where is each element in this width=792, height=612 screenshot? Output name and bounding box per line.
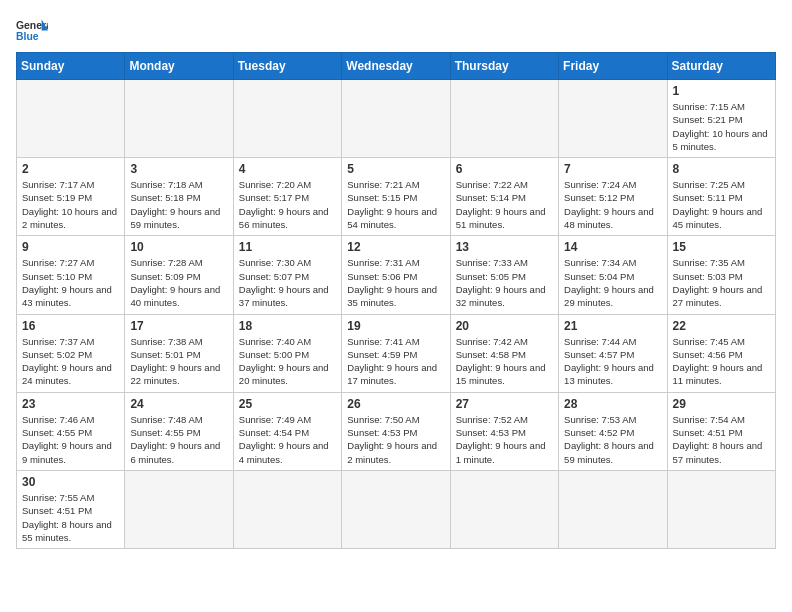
weekday-header-wednesday: Wednesday — [342, 53, 450, 80]
day-info: Sunrise: 7:38 AM Sunset: 5:01 PM Dayligh… — [130, 335, 227, 388]
logo-icon: General Blue — [16, 16, 48, 44]
day-info: Sunrise: 7:45 AM Sunset: 4:56 PM Dayligh… — [673, 335, 770, 388]
day-info: Sunrise: 7:33 AM Sunset: 5:05 PM Dayligh… — [456, 256, 553, 309]
day-info: Sunrise: 7:21 AM Sunset: 5:15 PM Dayligh… — [347, 178, 444, 231]
calendar-cell: 28Sunrise: 7:53 AM Sunset: 4:52 PM Dayli… — [559, 392, 667, 470]
weekday-header-friday: Friday — [559, 53, 667, 80]
day-number: 24 — [130, 397, 227, 411]
day-info: Sunrise: 7:31 AM Sunset: 5:06 PM Dayligh… — [347, 256, 444, 309]
day-number: 13 — [456, 240, 553, 254]
day-number: 3 — [130, 162, 227, 176]
calendar-cell: 1Sunrise: 7:15 AM Sunset: 5:21 PM Daylig… — [667, 80, 775, 158]
week-row-2: 9Sunrise: 7:27 AM Sunset: 5:10 PM Daylig… — [17, 236, 776, 314]
calendar-cell — [450, 470, 558, 548]
calendar-cell — [125, 80, 233, 158]
calendar-cell — [342, 470, 450, 548]
calendar-cell: 16Sunrise: 7:37 AM Sunset: 5:02 PM Dayli… — [17, 314, 125, 392]
calendar-cell: 15Sunrise: 7:35 AM Sunset: 5:03 PM Dayli… — [667, 236, 775, 314]
calendar-cell: 14Sunrise: 7:34 AM Sunset: 5:04 PM Dayli… — [559, 236, 667, 314]
day-number: 19 — [347, 319, 444, 333]
day-info: Sunrise: 7:55 AM Sunset: 4:51 PM Dayligh… — [22, 491, 119, 544]
calendar-cell: 7Sunrise: 7:24 AM Sunset: 5:12 PM Daylig… — [559, 158, 667, 236]
day-number: 2 — [22, 162, 119, 176]
calendar-cell: 26Sunrise: 7:50 AM Sunset: 4:53 PM Dayli… — [342, 392, 450, 470]
day-number: 7 — [564, 162, 661, 176]
day-number: 30 — [22, 475, 119, 489]
day-number: 21 — [564, 319, 661, 333]
calendar-cell — [559, 80, 667, 158]
day-info: Sunrise: 7:41 AM Sunset: 4:59 PM Dayligh… — [347, 335, 444, 388]
header: General Blue — [16, 16, 776, 44]
calendar-cell: 17Sunrise: 7:38 AM Sunset: 5:01 PM Dayli… — [125, 314, 233, 392]
calendar-cell: 19Sunrise: 7:41 AM Sunset: 4:59 PM Dayli… — [342, 314, 450, 392]
calendar-cell — [17, 80, 125, 158]
day-number: 25 — [239, 397, 336, 411]
day-number: 23 — [22, 397, 119, 411]
day-info: Sunrise: 7:17 AM Sunset: 5:19 PM Dayligh… — [22, 178, 119, 231]
day-number: 5 — [347, 162, 444, 176]
day-info: Sunrise: 7:28 AM Sunset: 5:09 PM Dayligh… — [130, 256, 227, 309]
calendar-cell: 18Sunrise: 7:40 AM Sunset: 5:00 PM Dayli… — [233, 314, 341, 392]
day-info: Sunrise: 7:22 AM Sunset: 5:14 PM Dayligh… — [456, 178, 553, 231]
calendar-table: SundayMondayTuesdayWednesdayThursdayFrid… — [16, 52, 776, 549]
day-number: 20 — [456, 319, 553, 333]
day-number: 17 — [130, 319, 227, 333]
week-row-3: 16Sunrise: 7:37 AM Sunset: 5:02 PM Dayli… — [17, 314, 776, 392]
weekday-header-monday: Monday — [125, 53, 233, 80]
calendar-cell — [233, 80, 341, 158]
day-number: 11 — [239, 240, 336, 254]
day-number: 1 — [673, 84, 770, 98]
day-number: 29 — [673, 397, 770, 411]
weekday-header-sunday: Sunday — [17, 53, 125, 80]
calendar-cell: 11Sunrise: 7:30 AM Sunset: 5:07 PM Dayli… — [233, 236, 341, 314]
day-info: Sunrise: 7:15 AM Sunset: 5:21 PM Dayligh… — [673, 100, 770, 153]
day-number: 8 — [673, 162, 770, 176]
calendar-cell — [342, 80, 450, 158]
day-info: Sunrise: 7:40 AM Sunset: 5:00 PM Dayligh… — [239, 335, 336, 388]
calendar-cell: 3Sunrise: 7:18 AM Sunset: 5:18 PM Daylig… — [125, 158, 233, 236]
calendar-cell: 13Sunrise: 7:33 AM Sunset: 5:05 PM Dayli… — [450, 236, 558, 314]
calendar-cell: 10Sunrise: 7:28 AM Sunset: 5:09 PM Dayli… — [125, 236, 233, 314]
week-row-0: 1Sunrise: 7:15 AM Sunset: 5:21 PM Daylig… — [17, 80, 776, 158]
calendar-cell: 20Sunrise: 7:42 AM Sunset: 4:58 PM Dayli… — [450, 314, 558, 392]
calendar-cell — [667, 470, 775, 548]
calendar-cell: 12Sunrise: 7:31 AM Sunset: 5:06 PM Dayli… — [342, 236, 450, 314]
day-info: Sunrise: 7:50 AM Sunset: 4:53 PM Dayligh… — [347, 413, 444, 466]
calendar-cell — [450, 80, 558, 158]
day-info: Sunrise: 7:18 AM Sunset: 5:18 PM Dayligh… — [130, 178, 227, 231]
calendar-cell: 24Sunrise: 7:48 AM Sunset: 4:55 PM Dayli… — [125, 392, 233, 470]
weekday-header-saturday: Saturday — [667, 53, 775, 80]
calendar-cell: 21Sunrise: 7:44 AM Sunset: 4:57 PM Dayli… — [559, 314, 667, 392]
calendar-body: 1Sunrise: 7:15 AM Sunset: 5:21 PM Daylig… — [17, 80, 776, 549]
calendar-cell: 23Sunrise: 7:46 AM Sunset: 4:55 PM Dayli… — [17, 392, 125, 470]
day-info: Sunrise: 7:46 AM Sunset: 4:55 PM Dayligh… — [22, 413, 119, 466]
calendar-cell: 30Sunrise: 7:55 AM Sunset: 4:51 PM Dayli… — [17, 470, 125, 548]
calendar-cell: 25Sunrise: 7:49 AM Sunset: 4:54 PM Dayli… — [233, 392, 341, 470]
day-info: Sunrise: 7:20 AM Sunset: 5:17 PM Dayligh… — [239, 178, 336, 231]
day-info: Sunrise: 7:54 AM Sunset: 4:51 PM Dayligh… — [673, 413, 770, 466]
day-info: Sunrise: 7:44 AM Sunset: 4:57 PM Dayligh… — [564, 335, 661, 388]
day-info: Sunrise: 7:30 AM Sunset: 5:07 PM Dayligh… — [239, 256, 336, 309]
day-number: 16 — [22, 319, 119, 333]
day-number: 9 — [22, 240, 119, 254]
logo: General Blue — [16, 16, 48, 44]
calendar-cell — [559, 470, 667, 548]
calendar-cell: 8Sunrise: 7:25 AM Sunset: 5:11 PM Daylig… — [667, 158, 775, 236]
calendar-cell — [125, 470, 233, 548]
calendar-cell: 22Sunrise: 7:45 AM Sunset: 4:56 PM Dayli… — [667, 314, 775, 392]
day-number: 15 — [673, 240, 770, 254]
day-info: Sunrise: 7:27 AM Sunset: 5:10 PM Dayligh… — [22, 256, 119, 309]
weekday-row: SundayMondayTuesdayWednesdayThursdayFrid… — [17, 53, 776, 80]
calendar-cell: 2Sunrise: 7:17 AM Sunset: 5:19 PM Daylig… — [17, 158, 125, 236]
day-info: Sunrise: 7:42 AM Sunset: 4:58 PM Dayligh… — [456, 335, 553, 388]
day-info: Sunrise: 7:35 AM Sunset: 5:03 PM Dayligh… — [673, 256, 770, 309]
svg-text:Blue: Blue — [16, 31, 39, 42]
day-number: 14 — [564, 240, 661, 254]
day-info: Sunrise: 7:48 AM Sunset: 4:55 PM Dayligh… — [130, 413, 227, 466]
day-number: 10 — [130, 240, 227, 254]
day-info: Sunrise: 7:53 AM Sunset: 4:52 PM Dayligh… — [564, 413, 661, 466]
day-number: 12 — [347, 240, 444, 254]
calendar-cell: 4Sunrise: 7:20 AM Sunset: 5:17 PM Daylig… — [233, 158, 341, 236]
weekday-header-thursday: Thursday — [450, 53, 558, 80]
week-row-4: 23Sunrise: 7:46 AM Sunset: 4:55 PM Dayli… — [17, 392, 776, 470]
